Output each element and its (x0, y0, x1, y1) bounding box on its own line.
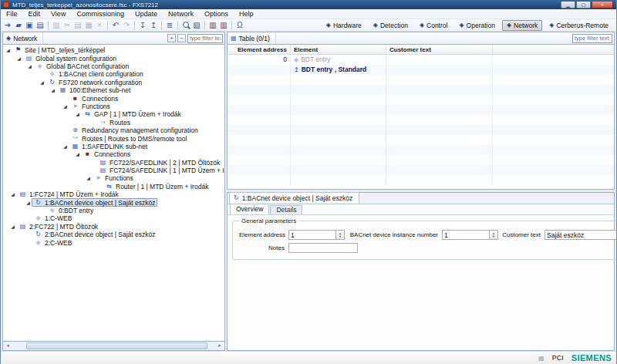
tree-node[interactable]: ▤FC722/SAFEDLINK | 2 | MTD Öltözök (96, 158, 222, 166)
customer-text-input[interactable] (545, 230, 617, 240)
menu-help[interactable]: Help (234, 9, 259, 19)
table-row[interactable]: 0◆BDT entry (228, 55, 614, 65)
expander-icon[interactable]: ◢ (15, 56, 22, 61)
tree-node[interactable]: ➤Functions (69, 103, 113, 110)
paste-icon[interactable]: ▤ (72, 20, 83, 31)
menu-network[interactable]: Network (163, 9, 199, 19)
expander-icon[interactable]: ◢ (39, 80, 46, 85)
tree-node[interactable]: ◆2:C-WEB (32, 238, 74, 246)
tools-icon[interactable]: ≣ (164, 20, 175, 31)
expander-icon[interactable]: ◢ (9, 224, 16, 229)
element-address-input[interactable] (288, 230, 336, 240)
menu-options[interactable]: Options (199, 9, 234, 19)
expander-icon[interactable]: ◢ (25, 201, 32, 205)
copy-icon[interactable]: ▥ (51, 20, 62, 31)
table-row[interactable]: ↥BDT entry , Standard (228, 65, 614, 75)
table-row[interactable] (228, 105, 614, 115)
element-address-spinner[interactable]: ▲▼ (336, 230, 345, 240)
close-button[interactable]: × (592, 2, 613, 8)
table-row[interactable] (228, 155, 614, 165)
tree-node[interactable]: ◆Global BACnet configuration (33, 62, 131, 70)
tree-node[interactable]: ▦100:Ethernet sub-net (56, 86, 133, 94)
tree-horizontal-scrollbar[interactable]: ◄ ► (3, 341, 224, 350)
report-icon[interactable]: ▧ (191, 20, 202, 31)
tree-node[interactable]: ▦1:SAFEDLINK sub-net (69, 143, 150, 150)
table-row[interactable] (228, 115, 614, 125)
column-header-Element address[interactable]: Element address (228, 45, 291, 54)
tree-node[interactable]: ↻1:BACnet device object | Saját eszköz (32, 198, 157, 206)
table-row[interactable] (228, 85, 614, 95)
paste-special-icon[interactable]: ▦ (83, 20, 94, 31)
table-row[interactable] (228, 135, 614, 145)
delete-icon[interactable]: × (94, 20, 105, 31)
maximize-button[interactable]: ▢ (576, 2, 591, 8)
tree-node[interactable]: ◆0:BDT entry (46, 207, 96, 214)
table-filter-input[interactable] (572, 34, 612, 43)
upload-icon[interactable]: ↥ (148, 20, 159, 31)
tree-node[interactable]: ⇆Router | 1 | MTD Üzem + Irodák (103, 183, 211, 190)
tree-node[interactable]: ↪Routes | Routes to DMS/remote tool (69, 134, 189, 142)
tree-node[interactable]: ▤FC724/SAFEDLINK | 1 | MTD Üzem + Irodák (96, 167, 224, 174)
task-button-operation[interactable]: ◈Operation (454, 20, 500, 31)
table-row[interactable] (228, 75, 614, 85)
expand-all-button[interactable]: + (167, 34, 176, 42)
menu-view[interactable]: View (46, 9, 71, 19)
instance-number-spinner[interactable]: ▲▼ (490, 230, 498, 240)
menu-edit[interactable]: Edit (23, 9, 46, 19)
tree-node[interactable]: ↻FS720 network configuration (46, 79, 144, 86)
tree-node[interactable]: ↻2:BACnet device object | Saját eszköz (32, 231, 157, 238)
tree-node[interactable]: ➤Functions (92, 174, 136, 182)
tab-bacnet-device-object[interactable]: ↻ 1:BACnet device object | Saját eszköz (229, 192, 359, 204)
scrollbar-thumb[interactable] (26, 342, 207, 349)
expander-icon[interactable]: ◢ (85, 176, 92, 180)
tree-node[interactable]: ↪Routes (96, 119, 133, 126)
tree-node[interactable]: ◆1:BACnet client configuration (46, 70, 146, 78)
table-row[interactable] (228, 175, 614, 185)
task-button-network[interactable]: ◈Network (502, 20, 542, 31)
expander-icon[interactable]: ◢ (26, 64, 33, 69)
expander-icon[interactable]: ◢ (5, 48, 12, 52)
expander-icon[interactable]: ◢ (74, 112, 81, 116)
table-row[interactable] (228, 145, 614, 155)
scroll-right-arrow-icon[interactable]: ► (215, 342, 224, 350)
task-button-control[interactable]: ◈Control (415, 20, 453, 31)
expander-icon[interactable]: ◢ (62, 104, 69, 109)
search-icon[interactable] (180, 20, 191, 31)
column-header-Customer text[interactable]: Customer text (386, 45, 493, 54)
tree-filter-input[interactable] (187, 34, 223, 43)
redo-icon[interactable]: ↷ (121, 20, 132, 31)
scrollbar-track[interactable] (12, 342, 215, 350)
menu-update[interactable]: Update (130, 9, 163, 19)
expander-icon[interactable]: ◢ (74, 152, 81, 157)
table-row[interactable] (228, 95, 614, 105)
save-icon[interactable]: ▣ (24, 20, 35, 31)
expander-icon[interactable]: ◢ (62, 144, 69, 149)
tree-node[interactable]: ■Connections (81, 150, 133, 158)
tab-network[interactable]: ◈ Network (3, 32, 43, 44)
task-button-detection[interactable]: ◈Detection (369, 20, 413, 31)
tab-details[interactable]: Details (270, 205, 302, 214)
tree-node[interactable]: ⇆GAP | 1 | MTD Üzem + Irodák (81, 110, 184, 118)
cut-icon[interactable]: ✂ (62, 20, 72, 31)
new-icon[interactable]: ➔ (2, 20, 13, 31)
tree-node[interactable]: ▤1:FC724 | MTD Üzem + Irodák (16, 190, 121, 198)
remote-connect-icon[interactable]: Ω (234, 20, 245, 31)
tree-node[interactable]: ⊕Redundancy management configuration (69, 126, 201, 134)
download-icon[interactable]: ↧ (137, 20, 148, 31)
expander-icon[interactable]: ◢ (9, 192, 16, 197)
scroll-left-arrow-icon[interactable]: ◄ (3, 342, 12, 350)
collapse-all-button[interactable]: − (177, 34, 186, 42)
expander-icon[interactable]: ◢ (49, 88, 56, 93)
tree-node[interactable]: ▤2:FC722 | MTD Öltözök (16, 223, 100, 231)
column-header-empty[interactable] (493, 45, 614, 54)
tab-overview[interactable]: Overview (230, 204, 269, 214)
import-site-icon[interactable]: ▥ (218, 20, 229, 31)
notes-input[interactable] (288, 243, 358, 253)
undo-icon[interactable]: ↶ (110, 20, 121, 31)
task-button-hardware[interactable]: ◈Hardware (322, 20, 366, 31)
tree-node[interactable]: ◆1:C-WEB (32, 214, 74, 222)
table-row[interactable] (228, 165, 614, 175)
menu-commissioning[interactable]: Commissioning (71, 9, 130, 19)
tree-node[interactable]: ⚑Site | MTD_teljes_térképpel (12, 46, 107, 54)
print-icon[interactable]: ▤ (35, 20, 46, 31)
